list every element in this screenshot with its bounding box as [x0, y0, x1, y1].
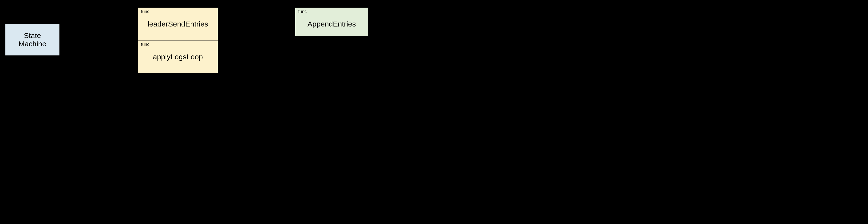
- append-entries-label: AppendEntries: [295, 20, 368, 28]
- func-tag: func: [141, 42, 149, 47]
- leader-send-entries-label: leaderSendEntries: [138, 20, 218, 28]
- state-machine-box: StateMachine: [5, 24, 60, 56]
- func-tag: func: [298, 9, 307, 14]
- append-entries-box: func AppendEntries: [295, 7, 369, 37]
- apply-logs-loop-box: func applyLogsLoop: [137, 40, 218, 73]
- leader-send-entries-box: func leaderSendEntries: [137, 7, 218, 40]
- apply-logs-loop-label: applyLogsLoop: [138, 53, 218, 61]
- diagram-canvas: StateMachine func leaderSendEntries func…: [0, 0, 376, 97]
- state-machine-label: StateMachine: [19, 31, 46, 48]
- func-tag: func: [141, 9, 149, 14]
